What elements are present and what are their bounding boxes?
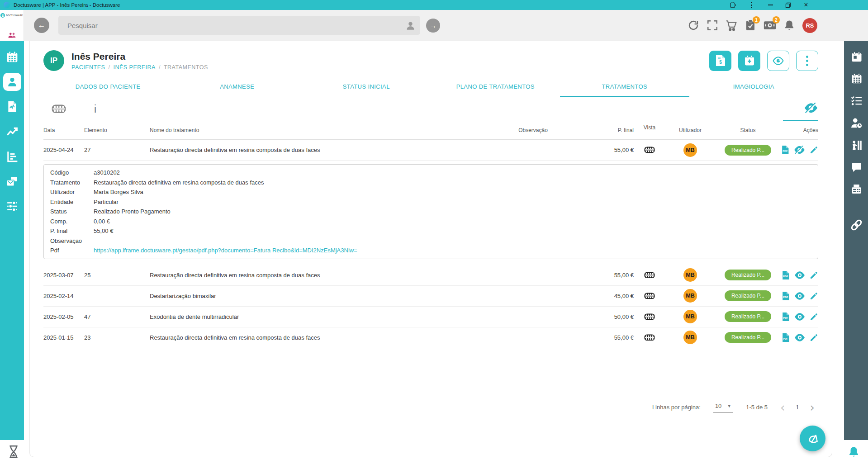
- edit-icon[interactable]: [810, 333, 818, 342]
- breadcrumb-patient-name[interactable]: INÊS PEREIRA: [113, 64, 156, 71]
- next-page-button[interactable]: ›: [810, 402, 815, 413]
- detail-value: Realizado Pronto Pagamento: [94, 207, 811, 217]
- odontogram-icon[interactable]: [644, 313, 655, 320]
- notifications-bell-icon[interactable]: [848, 446, 860, 458]
- tab-dados-do-paciente[interactable]: DADOS DO PACIENTE: [43, 77, 173, 97]
- cell-nome: Exodontia de dente multirradicular: [150, 313, 482, 320]
- cell-p-final: 55,00 €: [584, 147, 634, 153]
- doctusware-fab-button[interactable]: [800, 426, 825, 451]
- col-utilizador: Utilizador: [665, 127, 715, 133]
- pdf-icon[interactable]: PDF: [781, 312, 790, 321]
- expand-row-icon[interactable]: [795, 312, 805, 321]
- patient-avatar: IP: [43, 50, 64, 71]
- add-appointment-button[interactable]: [738, 51, 760, 71]
- sidebar-item-patients[interactable]: [3, 73, 21, 91]
- payments-button[interactable]: 2: [764, 19, 776, 31]
- back-button[interactable]: ←: [34, 18, 49, 33]
- treatment-row[interactable]: 2025-01-15 23 Restauração directa defini…: [43, 327, 818, 348]
- sidebar-item-agenda[interactable]: [6, 51, 18, 63]
- search-input[interactable]: [66, 21, 405, 30]
- odontogram-icon[interactable]: [644, 334, 655, 341]
- titlebar: Doctusware | APP - Inês Pereira - Doctus…: [0, 0, 868, 10]
- tab-tratamentos[interactable]: TRATAMENTOS: [560, 77, 689, 97]
- user-avatar-badge: MB: [683, 289, 697, 303]
- hourglass-icon: [8, 445, 19, 459]
- notifications-button[interactable]: [783, 19, 795, 31]
- breadcrumb-patients[interactable]: PACIENTES: [71, 64, 105, 71]
- pdf-icon[interactable]: PDF: [781, 292, 790, 300]
- treatments-toolbar: i: [43, 97, 818, 121]
- rows-per-page-select[interactable]: 10 ▼: [713, 402, 733, 413]
- edit-icon[interactable]: [810, 292, 818, 300]
- sidebar-right-item-checklist[interactable]: [851, 95, 862, 106]
- collapse-row-icon[interactable]: [794, 146, 805, 154]
- search-go-button[interactable]: →: [426, 19, 440, 33]
- detail-value: Restauração directa definitiva em resina…: [94, 178, 811, 188]
- sidebar-right-item-day-view[interactable]: [851, 52, 862, 62]
- edit-icon[interactable]: [810, 146, 818, 154]
- sidebar-item-statistics[interactable]: [6, 126, 18, 137]
- fullscreen-button[interactable]: [707, 19, 718, 31]
- edit-icon[interactable]: [810, 312, 818, 321]
- more-options-button[interactable]: [796, 51, 818, 71]
- brand-people-icon[interactable]: [8, 32, 16, 38]
- tab-imagiologia[interactable]: IMAGIOLOGIA: [689, 77, 819, 97]
- treatment-row[interactable]: 2025-02-05 47 Exodontia de dente multirr…: [43, 307, 818, 327]
- svg-text:PDF: PDF: [783, 337, 788, 340]
- treatment-row[interactable]: 2025-02-14 Destartarização bimaxilar 45,…: [43, 286, 818, 307]
- browser-menu-icon[interactable]: [747, 1, 755, 9]
- info-icon[interactable]: i: [94, 103, 96, 115]
- sidebar-right-item-links[interactable]: [850, 218, 863, 232]
- status-badge: Realizado P...: [725, 290, 771, 301]
- pdf-icon[interactable]: PDF: [781, 333, 790, 342]
- sidebar-right-item-chat[interactable]: [851, 162, 862, 173]
- cell-p-final: 55,00 €: [584, 334, 634, 341]
- sidebar-item-messages[interactable]: [6, 175, 18, 187]
- treatment-row[interactable]: 2025-04-24 27 Restauração directa defini…: [43, 140, 818, 161]
- expand-row-icon[interactable]: [795, 292, 805, 300]
- detail-label: Utilizador: [50, 187, 94, 197]
- extensions-icon[interactable]: [729, 1, 736, 9]
- minimize-button[interactable]: [766, 1, 774, 9]
- user-avatar[interactable]: RS: [802, 18, 817, 33]
- app-window: Doctusware | APP - Inês Pereira - Doctus…: [0, 0, 868, 464]
- cell-elemento: 27: [84, 147, 150, 153]
- hide-columns-icon[interactable]: [805, 103, 817, 113]
- svg-text:PDF: PDF: [783, 150, 788, 152]
- brand-logo[interactable]: D DOCTUSWARE: [0, 13, 23, 18]
- tab-plano-de-tratamentos[interactable]: PLANO DE TRATAMENTOS: [431, 77, 560, 97]
- sidebar-right-item-calendar[interactable]: [851, 73, 862, 84]
- view-button[interactable]: [767, 51, 789, 71]
- cart-button[interactable]: [726, 19, 737, 31]
- invoice-button[interactable]: $: [709, 51, 731, 71]
- close-button[interactable]: ×: [802, 1, 810, 9]
- treatment-row[interactable]: 2025-03-07 25 Restauração directa defini…: [43, 265, 818, 286]
- detail-label: P. final: [50, 226, 94, 236]
- odontogram-icon[interactable]: [644, 293, 655, 299]
- pdf-link[interactable]: https://app.iframe.doctusware.pt/gestao/…: [94, 247, 357, 254]
- restore-button[interactable]: [785, 2, 791, 8]
- sidebar-right-item-staff-schedule[interactable]: [851, 117, 863, 129]
- expand-row-icon[interactable]: [795, 333, 805, 342]
- pdf-icon[interactable]: PDF: [781, 146, 789, 154]
- odontogram-icon[interactable]: [644, 272, 655, 279]
- pdf-icon[interactable]: PDF: [781, 271, 790, 279]
- cell-nome: Restauração directa definitiva em resina…: [150, 272, 482, 279]
- status-badge: Realizado P...: [725, 270, 771, 280]
- detail-value: Marta Borges Silva: [94, 187, 811, 197]
- sidebar-item-reports[interactable]: [6, 151, 18, 162]
- odontogram-view-icon[interactable]: [52, 104, 66, 114]
- sidebar-right-item-checkin[interactable]: [851, 140, 862, 151]
- sidebar-item-settings[interactable]: [6, 200, 18, 212]
- sidebar-right-item-fax[interactable]: [851, 184, 862, 195]
- tasks-button[interactable]: 1: [745, 19, 756, 31]
- table-header: Data Elemento Nome do tratamento Observa…: [43, 121, 818, 140]
- previous-page-button[interactable]: ‹: [780, 402, 785, 413]
- refresh-button[interactable]: [688, 19, 699, 31]
- tab-status-inicial[interactable]: STATUS INICIAL: [302, 77, 431, 97]
- expand-row-icon[interactable]: [795, 271, 805, 279]
- tab-anamnese[interactable]: ANAMNESE: [173, 77, 302, 97]
- edit-icon[interactable]: [810, 271, 818, 279]
- sidebar-item-clinical-records[interactable]: [6, 101, 18, 113]
- odontogram-icon[interactable]: [644, 147, 655, 153]
